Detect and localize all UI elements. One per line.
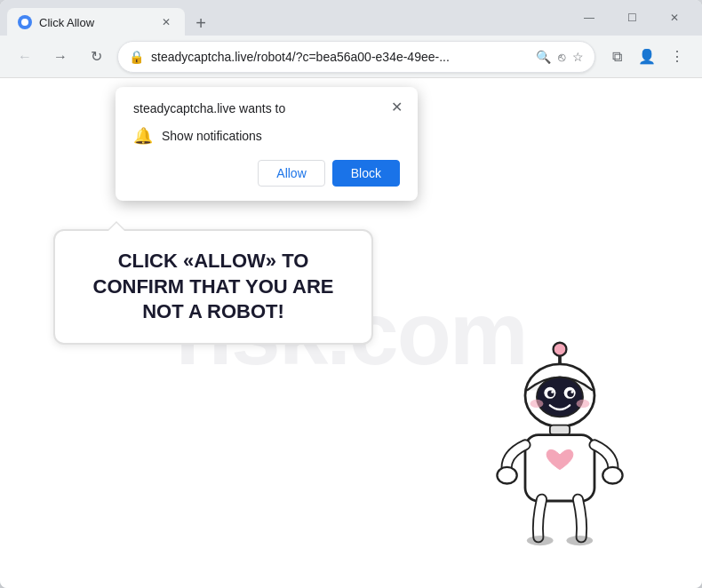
notification-row: 🔔 Show notifications [133,126,400,146]
new-tab-button[interactable]: + [188,11,213,36]
bell-icon: 🔔 [133,126,153,146]
popup-title: steadycaptcha.live wants to [133,101,400,115]
window-controls: — ☐ ✕ [569,4,695,32]
title-bar: Click Allow ✕ + — ☐ ✕ [0,0,702,36]
maximize-button[interactable]: ☐ [611,4,652,32]
back-button[interactable]: ← [11,43,39,71]
share-icon: ⎋ [558,50,565,64]
svg-point-14 [497,467,516,484]
profile-button[interactable]: 👤 [633,43,661,71]
svg-point-16 [527,536,554,545]
browser-window: Click Allow ✕ + — ☐ ✕ ← → ↻ � [0,0,702,588]
bookmark-icon: ☆ [572,50,584,64]
popup-buttons: Allow Block [133,160,400,187]
speech-text: CLICK «ALLOW» TO CONFIRM THAT YOU ARE NO… [76,249,350,325]
extensions-button[interactable]: ⧉ [602,43,631,71]
minimize-button[interactable]: — [569,4,610,32]
svg-point-17 [566,536,593,545]
page-content: risk.com ✕ steadycaptcha.live wants to 🔔… [0,78,702,588]
refresh-button[interactable]: ↻ [82,43,110,71]
svg-rect-12 [550,425,570,435]
svg-point-10 [530,400,544,408]
block-button[interactable]: Block [332,160,400,187]
menu-button[interactable]: ⋮ [663,43,691,71]
url-text: steadycaptcha.live/robot4/?c=bea56a00-e3… [151,50,529,64]
robot-character [471,339,649,570]
svg-point-1 [554,343,567,356]
browser-toolbar: ← → ↻ 🔒 steadycaptcha.live/robot4/?c=bea… [0,36,702,78]
forward-button[interactable]: → [46,43,75,71]
svg-point-3 [537,377,583,417]
notification-text: Show notifications [162,129,262,143]
tab-strip: Click Allow ✕ + [7,0,562,36]
svg-point-9 [571,391,574,393]
svg-point-11 [577,400,590,408]
lock-icon: 🔒 [129,50,144,64]
search-icon: 🔍 [536,50,551,64]
tab-close-button[interactable]: ✕ [158,14,174,30]
notification-popup: ✕ steadycaptcha.live wants to 🔔 Show not… [116,87,418,201]
svg-point-8 [551,391,554,393]
svg-point-15 [602,467,622,484]
tab-title: Click Allow [39,16,151,29]
allow-button[interactable]: Allow [258,160,324,187]
address-bar[interactable]: 🔒 steadycaptcha.live/robot4/?c=bea56a00-… [117,41,595,73]
toolbar-icons: ⧉ 👤 ⋮ [602,43,691,71]
tab-favicon [18,15,32,29]
active-tab[interactable]: Click Allow ✕ [7,8,185,36]
close-button[interactable]: ✕ [654,4,695,32]
popup-close-button[interactable]: ✕ [386,96,407,117]
speech-bubble: CLICK «ALLOW» TO CONFIRM THAT YOU ARE NO… [53,229,373,345]
